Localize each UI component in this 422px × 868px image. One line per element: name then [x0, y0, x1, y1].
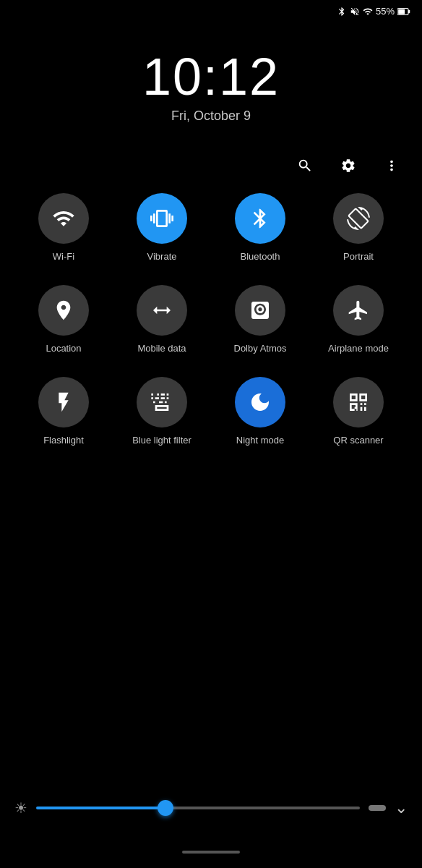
qs-row-2: Location Mobile data Dolby Atmos Airplan… — [14, 285, 408, 355]
portrait-label: Portrait — [343, 251, 374, 263]
night-mode-label: Night mode — [236, 435, 284, 447]
qr-scanner-icon-circle — [333, 377, 384, 427]
wifi-label: Wi-Fi — [53, 251, 74, 263]
brightness-thumb[interactable] — [158, 800, 173, 816]
location-icon-circle — [38, 285, 89, 336]
night-mode-toggle[interactable]: Night mode — [224, 377, 296, 447]
search-button[interactable] — [292, 153, 318, 179]
mute-status-icon — [350, 7, 360, 17]
portrait-icon-circle — [333, 193, 384, 244]
flashlight-toggle[interactable]: Flashlight — [27, 377, 100, 447]
airplane-icon-circle — [333, 285, 384, 336]
portrait-toggle[interactable]: Portrait — [322, 193, 395, 263]
battery-icon — [397, 7, 410, 16]
status-icons: 55% — [337, 6, 410, 17]
clock-date: Fri, October 9 — [0, 109, 422, 124]
dolby-toggle[interactable]: Dolby Atmos — [224, 285, 296, 355]
mobile-data-icon-circle — [137, 285, 187, 336]
svg-rect-1 — [398, 9, 405, 14]
vibrate-icon-circle — [137, 193, 187, 244]
vibrate-toggle[interactable]: Vibrate — [126, 193, 198, 263]
status-bar: 55% — [0, 0, 422, 20]
wifi-toggle[interactable]: Wi-Fi — [27, 193, 100, 263]
clock-area: 10:12 Fri, October 9 — [0, 20, 422, 138]
battery-text: 55% — [376, 6, 395, 17]
dolby-icon-circle — [235, 285, 285, 336]
blue-light-filter-label: Blue light filter — [132, 435, 191, 447]
blue-light-icon-circle — [137, 377, 187, 427]
qr-scanner-label: QR scanner — [333, 435, 383, 447]
bluetooth-label: Bluetooth — [241, 251, 280, 263]
clock-time: 10:12 — [0, 48, 422, 106]
location-toggle[interactable]: Location — [27, 285, 100, 355]
bottom-nav-bar — [182, 851, 240, 854]
brightness-low-icon: ☀ — [14, 799, 27, 817]
brightness-row: ☀ ⌄ — [0, 791, 422, 825]
airplane-mode-label: Airplane mode — [328, 343, 389, 355]
mobile-data-label: Mobile data — [137, 343, 186, 355]
location-label: Location — [46, 343, 81, 355]
signal-status-icon — [363, 7, 373, 17]
qr-scanner-toggle[interactable]: QR scanner — [322, 377, 395, 447]
night-mode-icon-circle — [235, 377, 285, 427]
brightness-high-icon — [369, 805, 386, 811]
more-options-button[interactable] — [379, 153, 405, 179]
quick-settings-panel: Wi-Fi Vibrate Bluetooth Portrait — [0, 186, 422, 476]
vibrate-label: Vibrate — [147, 251, 177, 263]
qs-row-3: Flashlight Blue light filter Night mode … — [14, 377, 408, 447]
blue-light-filter-toggle[interactable]: Blue light filter — [126, 377, 198, 447]
flashlight-label: Flashlight — [43, 435, 84, 447]
bluetooth-toggle[interactable]: Bluetooth — [224, 193, 296, 263]
control-icons-row — [0, 138, 422, 186]
wifi-icon-circle — [38, 193, 89, 244]
mobile-data-toggle[interactable]: Mobile data — [126, 285, 198, 355]
bluetooth-icon-circle — [235, 193, 285, 244]
brightness-expand-button[interactable]: ⌄ — [395, 799, 408, 817]
brightness-slider[interactable] — [36, 807, 360, 809]
qs-row-1: Wi-Fi Vibrate Bluetooth Portrait — [14, 193, 408, 263]
bluetooth-status-icon — [337, 7, 347, 17]
settings-button[interactable] — [335, 153, 361, 179]
flashlight-icon-circle — [38, 377, 89, 427]
dolby-label: Dolby Atmos — [234, 343, 287, 355]
svg-rect-2 — [408, 9, 410, 13]
airplane-mode-toggle[interactable]: Airplane mode — [322, 285, 395, 355]
